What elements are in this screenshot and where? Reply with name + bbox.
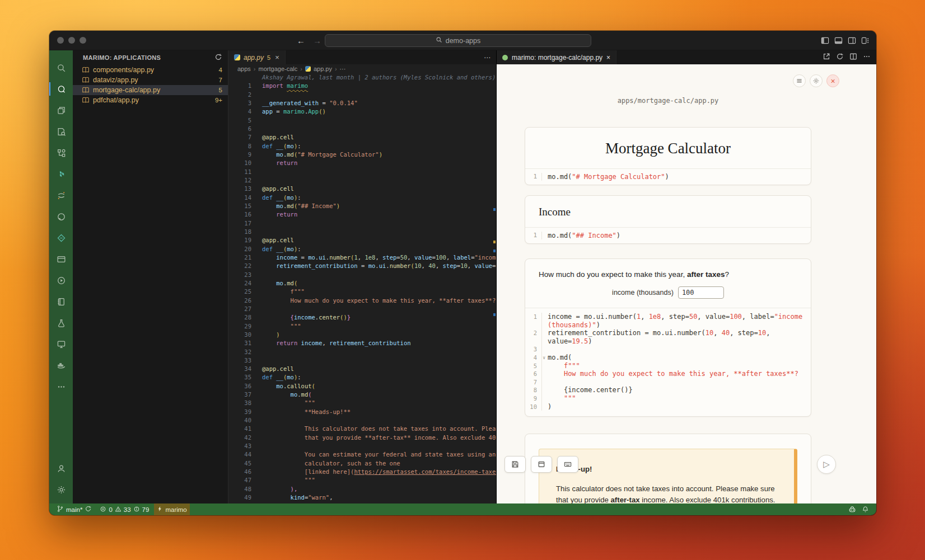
code-line[interactable]: 38 """	[228, 399, 496, 407]
code-line[interactable]: 1income = mo.ui.number(1, 1e8, step=50, …	[525, 313, 811, 329]
code-line[interactable]: 36 mo.callout(	[228, 382, 496, 390]
code-line[interactable]: 25 f"""	[228, 288, 496, 296]
code-line[interactable]: 45 calculator, such as the one	[228, 459, 496, 468]
code-line[interactable]: 40	[228, 416, 496, 425]
copilot-status-icon[interactable]	[845, 506, 859, 514]
code-line[interactable]: 24 mo.md(	[228, 279, 496, 288]
sync-icon[interactable]	[85, 505, 92, 514]
code-line[interactable]: 10 return	[228, 159, 496, 167]
code-line[interactable]: 1import marimo	[228, 82, 496, 90]
code-line[interactable]: 27	[228, 305, 496, 313]
code-line[interactable]: 50 )	[228, 502, 496, 503]
sidebar-item-dataviz-app-py[interactable]: dataviz/app.py7	[73, 75, 228, 85]
code-line[interactable]: 22 retirement_contribution = mo.ui.numbe…	[228, 262, 496, 270]
code-line[interactable]: 6	[228, 125, 496, 133]
marimo-icon[interactable]	[49, 78, 73, 100]
code-line[interactable]: 13@app.cell	[228, 185, 496, 193]
income-number-input[interactable]	[678, 286, 724, 299]
git-branch-item[interactable]: main*	[54, 503, 95, 515]
editor-actions-more-icon[interactable]: ⋯	[484, 54, 490, 62]
code-line[interactable]: 19@app.cell	[228, 236, 496, 244]
code-line[interactable]: 7	[525, 378, 811, 387]
code-editor[interactable]: Akshay Agrawal, last month | 2 authors (…	[228, 73, 496, 503]
github-icon[interactable]	[49, 206, 73, 227]
api-icon[interactable]	[49, 227, 73, 248]
breadcrumb[interactable]: apps › mortgage-calc › app.py › ⋯	[228, 64, 496, 73]
cell-code-block[interactable]: 1income = mo.ui.number(1, 1e8, step=50, …	[525, 308, 811, 416]
code-line[interactable]: 47 """	[228, 476, 496, 484]
notifications-bell-icon[interactable]	[859, 506, 872, 513]
code-line[interactable]: 20def __(mo):	[228, 245, 496, 253]
customize-layout-icon[interactable]	[861, 36, 870, 45]
shutdown-button[interactable]: ×	[826, 74, 839, 87]
file-search-icon[interactable]	[49, 121, 73, 142]
marimo-status-item[interactable]: marimo	[154, 503, 189, 515]
code-line[interactable]: 10)	[525, 403, 811, 411]
zoom-window-button[interactable]	[80, 37, 86, 44]
code-line[interactable]: 5 f"""	[525, 362, 811, 370]
code-line[interactable]: 5	[228, 116, 496, 125]
close-tab-icon[interactable]: ×	[275, 53, 279, 62]
code-line[interactable]: 33	[228, 356, 496, 365]
code-line[interactable]: 44 You can estimate your federal and sta…	[228, 450, 496, 459]
open-external-icon[interactable]	[823, 53, 830, 62]
sidebar-item-mortgage-calc-app-py[interactable]: mortgage-calc/app.py5	[73, 85, 228, 95]
breadcrumb-symbol[interactable]: ⋯	[340, 65, 346, 73]
code-line[interactable]: 41 This calculator does not take taxes i…	[228, 425, 496, 433]
code-line[interactable]: 14def __(mo):	[228, 194, 496, 202]
code-line[interactable]: 39 **Heads-up!**	[228, 408, 496, 416]
code-line[interactable]: 17	[228, 219, 496, 228]
refresh-icon[interactable]	[836, 53, 844, 62]
code-line[interactable]: 9 mo.md("# Mortgage Calculator")	[228, 150, 496, 159]
toggle-primary-sidebar-icon[interactable]	[821, 36, 829, 45]
code-line[interactable]: 48 ),	[228, 485, 496, 493]
code-line[interactable]: 11	[228, 168, 496, 176]
docker-icon[interactable]	[49, 355, 73, 376]
code-line[interactable]: 28 {income.center()}	[228, 313, 496, 322]
history-back-button[interactable]: ←	[297, 36, 305, 45]
remote-window-icon[interactable]	[49, 248, 73, 270]
code-line[interactable]: 21 income = mo.ui.number(1, 1e8, step=50…	[228, 253, 496, 262]
breadcrumb-file[interactable]: app.py	[314, 65, 332, 72]
code-line[interactable]: 43	[228, 442, 496, 450]
code-line[interactable]: 30 )	[228, 331, 496, 339]
code-line[interactable]: 34@app.cell	[228, 365, 496, 373]
code-line[interactable]: 31 return income, retirement_contributio…	[228, 339, 496, 347]
fold-caret-icon[interactable]: ∨	[543, 354, 545, 363]
code-line[interactable]: 2	[228, 91, 496, 99]
close-window-button[interactable]	[57, 37, 64, 44]
breadcrumb-folder[interactable]: mortgage-calc	[259, 65, 298, 72]
code-line[interactable]: 4∨mo.md(	[525, 354, 811, 362]
run-icon[interactable]	[49, 270, 73, 291]
snippets-button[interactable]	[531, 456, 552, 473]
code-line[interactable]: 26 How much do you expect to make this y…	[228, 297, 496, 305]
code-line[interactable]: 32	[228, 348, 496, 356]
search-icon[interactable]	[49, 57, 73, 78]
settings-icon[interactable]	[49, 479, 73, 500]
toggle-panel-icon[interactable]	[834, 36, 843, 45]
minimize-window-button[interactable]	[68, 37, 75, 44]
symbols-icon[interactable]	[49, 142, 73, 163]
copy-icon[interactable]	[49, 100, 73, 121]
command-center-search[interactable]: demo-apps	[325, 34, 591, 47]
save-button[interactable]	[504, 456, 526, 473]
terraform-icon[interactable]	[49, 163, 73, 185]
breadcrumb-apps[interactable]: apps	[237, 65, 251, 72]
close-tab-icon[interactable]: ×	[606, 54, 610, 62]
more-actions-icon[interactable]	[863, 53, 871, 62]
code-line[interactable]: 2retirement_contribution = mo.ui.number(…	[525, 329, 811, 345]
code-line[interactable]: 3__generated_with = "0.0.14"	[228, 99, 496, 107]
code-line[interactable]: 46 [linked here](https://smartasset.com/…	[228, 468, 496, 476]
sidebar-item-pdfchat-app-py[interactable]: pdfchat/app.py9+	[73, 95, 228, 105]
tab-app-py[interactable]: app.py 5 ×	[228, 50, 286, 64]
code-line[interactable]: 23	[228, 271, 496, 279]
code-line[interactable]: 7@app.cell	[228, 133, 496, 142]
problems-item[interactable]: 0 33 79	[97, 503, 152, 515]
monitor-icon[interactable]	[49, 333, 73, 355]
code-line[interactable]: 4app = marimo.App()	[228, 107, 496, 116]
code-line[interactable]: 16 return	[228, 210, 496, 219]
run-all-button[interactable]: ▷	[817, 455, 836, 474]
code-line[interactable]: 12	[228, 176, 496, 185]
code-line[interactable]: 18	[228, 228, 496, 236]
code-line[interactable]: 35def __(mo):	[228, 373, 496, 382]
